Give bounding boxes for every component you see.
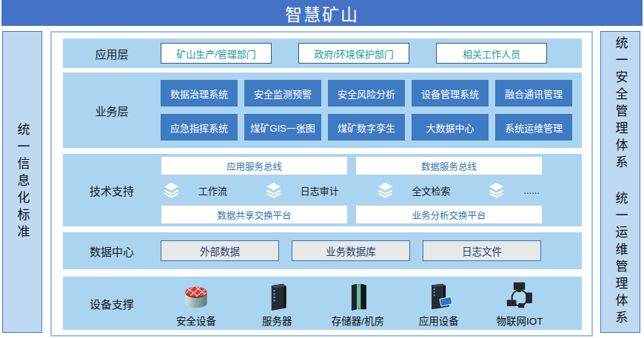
iot-network-icon [503,280,537,311]
left-pillar-unified-info-standard: 统一信息化标准 [2,31,42,333]
layer-datacenter-label: 数据中心 [63,232,161,269]
service-workflow: 工作流 [164,182,227,198]
service-more: ...... [489,182,540,198]
app-box-mine-production: 矿山生产/管理部门 [161,43,272,64]
device-label-iot: 物联网IOT [497,313,543,328]
layers-icon [164,182,179,198]
main-panel: 应用层 矿山生产/管理部门 政府/环境保护部门 相关工作人员 业务层 数据治理系… [50,31,593,337]
dc-box-log-files: 日志文件 [423,240,541,261]
right-pillar-label-ops: 统一运维管理体系 [614,192,627,328]
storage-rack-icon [341,280,375,311]
app-box-government-env: 政府/环境保护部门 [298,43,409,64]
biz-btn-safety-monitoring: 安全监测预警 [244,80,321,107]
layer-tech-support: 技术支持 应用服务总线 数据服务总线 工作流 [63,154,582,226]
device-label-server: 服务器 [262,313,292,328]
platform-business-analysis-exchange: 业务分析交换平台 [355,205,543,224]
layer-datacenter: 数据中心 外部数据 业务数据库 日志文件 [63,232,582,269]
layer-device-support: 设备支撑 [63,277,582,330]
firewall-icon [179,280,213,311]
platform-data-sharing-exchange: 数据共享交换平台 [161,205,348,224]
biz-btn-gis-one-map: 煤矿GIS一张图 [244,114,321,141]
business-button-row-1: 数据治理系统 安全监测预警 安全风险分析 设备管理系统 融合通讯管理 [161,80,572,107]
service-label-more: ...... [523,185,540,196]
layer-application: 应用层 矿山生产/管理部门 政府/环境保护部门 相关工作人员 [63,38,582,68]
service-fulltext-search: 全文检索 [378,182,451,198]
platform-bar-row: 数据共享交换平台 业务分析交换平台 [161,205,543,224]
business-button-grid: 数据治理系统 安全监测预警 安全风险分析 设备管理系统 融合通讯管理 应急指挥系… [161,80,572,141]
app-box-related-staff: 相关工作人员 [436,43,547,64]
service-row: 工作流 日志审计 全文检索 [161,181,543,199]
left-pillar-label: 统一信息化标准 [16,123,29,242]
app-device-icon [422,280,456,311]
layers-icon [489,182,504,198]
biz-btn-comms-mgmt: 融合通讯管理 [495,80,572,107]
bus-bar-row: 应用服务总线 数据服务总线 [161,156,543,175]
layer-datacenter-content: 外部数据 业务数据库 日志文件 [161,232,574,269]
page-title: 智慧矿山 [1,0,643,26]
right-pillar-unified-systems: 统一安全管理体系 统一运维管理体系 [600,31,640,333]
service-label-workflow: 工作流 [198,183,227,197]
layer-business: 业务层 数据治理系统 安全监测预警 安全风险分析 设备管理系统 融合通讯管理 应… [63,72,582,148]
device-label-storage: 存储器/机房 [332,313,384,328]
dc-box-external-data: 外部数据 [161,240,279,261]
biz-btn-system-ops: 系统运维管理 [495,114,572,141]
device-security: 安全设备 [161,280,232,328]
device-iot: 物联网IOT [484,280,555,328]
bus-bar-application-service: 应用服务总线 [161,156,348,175]
service-log-audit: 日志审计 [266,182,339,198]
biz-btn-emergency-command: 应急指挥系统 [161,114,238,141]
layer-application-content: 矿山生产/管理部门 政府/环境保护部门 相关工作人员 [161,38,574,68]
right-pillar-label-security: 统一安全管理体系 [614,36,627,172]
layers-icon [378,182,393,198]
layer-device-label: 设备支撑 [63,277,161,330]
layers-icon [266,182,281,198]
biz-btn-big-data-center: 大数据中心 [412,114,489,141]
layer-device-content: 安全设备 服务器 [161,277,555,330]
tech-column: 应用服务总线 数据服务总线 工作流 [161,156,543,224]
layer-tech-content: 应用服务总线 数据服务总线 工作流 [161,154,574,226]
service-label-log-audit: 日志审计 [301,183,339,197]
business-button-row-2: 应急指挥系统 煤矿GIS一张图 煤矿数字孪生 大数据中心 系统运维管理 [161,114,572,141]
layer-application-label: 应用层 [63,38,161,68]
smart-mine-architecture-diagram: 智慧矿山 统一信息化标准 统一安全管理体系 统一运维管理体系 应用层 矿山生产/… [0,0,644,338]
device-server: 服务器 [241,280,312,328]
layer-tech-label: 技术支持 [63,154,161,226]
server-icon [260,280,294,311]
device-label-application: 应用设备 [419,313,459,328]
device-storage: 存储器/机房 [323,280,394,328]
device-label-security: 安全设备 [176,313,216,328]
dc-box-business-database: 业务数据库 [292,240,410,261]
biz-btn-equipment-mgmt: 设备管理系统 [412,80,489,107]
layer-business-content: 数据治理系统 安全监测预警 安全风险分析 设备管理系统 融合通讯管理 应急指挥系… [161,72,574,148]
device-application: 应用设备 [403,280,474,328]
biz-btn-data-governance: 数据治理系统 [161,80,238,107]
layer-business-label: 业务层 [63,72,161,148]
biz-btn-risk-analysis: 安全风险分析 [328,80,405,107]
biz-btn-digital-twin: 煤矿数字孪生 [328,114,405,141]
service-label-fulltext: 全文检索 [412,183,451,197]
bus-bar-data-service: 数据服务总线 [355,156,543,175]
